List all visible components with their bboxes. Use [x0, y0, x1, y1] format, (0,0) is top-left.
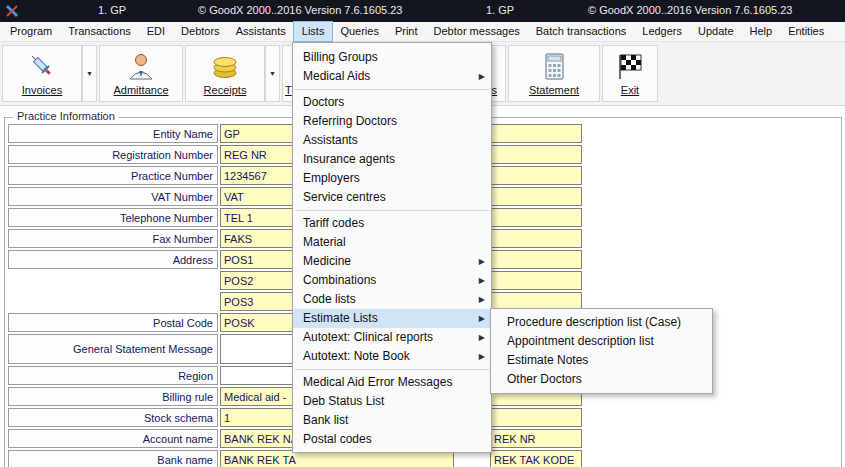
field-label: Account name	[8, 429, 218, 448]
menu-item-combinations[interactable]: Combinations▶	[293, 271, 491, 290]
submenu-item-appointment-description-list[interactable]: Appointment description list	[491, 332, 712, 351]
account-number-field[interactable]: REK NR	[490, 429, 582, 448]
invoices-dropdown-arrow[interactable]: ▼	[82, 45, 97, 102]
menu-item-label: Insurance agents	[303, 152, 395, 166]
address-line1-field-right[interactable]	[490, 250, 582, 269]
field-label: Address	[8, 250, 218, 269]
admittance-button[interactable]: Admittance	[99, 45, 183, 102]
practice-number-field-right[interactable]	[490, 166, 582, 185]
submenu-item-procedure-description-list-case[interactable]: Procedure description list (Case)	[491, 313, 712, 332]
menu-item-label: Referring Doctors	[303, 114, 397, 128]
field-label: Bank name	[8, 450, 218, 467]
menu-item-transactions[interactable]: Transactions	[60, 22, 139, 41]
menu-separator	[295, 210, 489, 211]
menu-item-ledgers[interactable]: Ledgers	[634, 22, 690, 41]
menu-item-billing-groups[interactable]: Billing Groups	[293, 48, 491, 67]
window-title-entity-right: 1. GP	[486, 4, 514, 16]
vat-number-field-right[interactable]	[490, 187, 582, 206]
entity-name-field-right[interactable]	[490, 124, 582, 143]
receipts-dropdown-arrow[interactable]: ▼	[265, 45, 280, 102]
menu-item-label: Code lists	[303, 292, 356, 306]
menu-item-label: Postal codes	[303, 432, 372, 446]
branch-code-field[interactable]: REK TAK KODE	[490, 450, 582, 467]
dropdown-arrow-icon: ▼	[86, 70, 93, 77]
submenu-item-other-doctors[interactable]: Other Doctors	[491, 370, 712, 389]
telephone-number-field-right[interactable]	[490, 208, 582, 227]
window-title-version-right: © GoodX 2000..2016 Version 7.6.1605.23	[588, 4, 792, 16]
menu-item-estimate-lists[interactable]: Estimate Lists▶	[293, 309, 491, 328]
menu-item-service-centres[interactable]: Service centres	[293, 188, 491, 207]
field-label: Entity Name	[8, 124, 218, 143]
checkered-flag-icon	[615, 51, 645, 83]
stock-schema-field-right[interactable]	[490, 408, 582, 427]
menu-item-medicine[interactable]: Medicine▶	[293, 252, 491, 271]
menu-item-print[interactable]: Print	[387, 22, 426, 41]
coins-icon	[210, 51, 240, 83]
goodx-application-window: 1. GP © GoodX 2000..2016 Version 7.6.160…	[0, 0, 845, 467]
statement-button-label: Statement	[509, 84, 599, 96]
menu-item-label: Deb Status List	[303, 394, 384, 408]
menu-item-deb-status-list[interactable]: Deb Status List	[293, 392, 491, 411]
menu-item-label: Service centres	[303, 190, 386, 204]
menu-item-autotext-note-book[interactable]: Autotext: Note Book▶	[293, 347, 491, 366]
menu-item-label: Autotext: Note Book	[303, 349, 410, 363]
submenu-arrow-icon: ▶	[479, 271, 485, 290]
menu-item-insurance-agents[interactable]: Insurance agents	[293, 150, 491, 169]
menu-item-edi[interactable]: EDI	[139, 22, 173, 41]
menu-item-tariff-codes[interactable]: Tariff codes	[293, 214, 491, 233]
menu-separator	[295, 369, 489, 370]
menu-item-queries[interactable]: Queries	[332, 22, 387, 41]
menu-item-bank-list[interactable]: Bank list	[293, 411, 491, 430]
dropdown-arrow-icon: ▼	[269, 70, 276, 77]
menu-bar: Program Transactions EDI Debtors Assista…	[0, 22, 845, 42]
menu-item-postal-codes[interactable]: Postal codes	[293, 430, 491, 449]
menu-item-batch-transactions[interactable]: Batch transactions	[528, 22, 635, 41]
menu-item-program[interactable]: Program	[2, 22, 60, 41]
submenu-arrow-icon: ▶	[479, 328, 485, 347]
menu-item-debtor-messages[interactable]: Debtor messages	[426, 22, 528, 41]
address-line2-field-right[interactable]	[490, 271, 582, 290]
fax-number-field-right[interactable]	[490, 229, 582, 248]
menu-item-assistants[interactable]: Assistants	[293, 131, 491, 150]
doctor-icon	[126, 51, 156, 83]
menu-item-referring-doctors[interactable]: Referring Doctors	[293, 112, 491, 131]
field-label: Fax Number	[8, 229, 218, 248]
menu-item-lists[interactable]: Lists	[294, 22, 333, 41]
window-title-version-left: © GoodX 2000..2016 Version 7.6.1605.23	[198, 4, 402, 16]
menu-item-debtors[interactable]: Debtors	[173, 22, 228, 41]
field-label: Practice Number	[8, 166, 218, 185]
field-label	[8, 292, 218, 311]
menu-item-employers[interactable]: Employers	[293, 169, 491, 188]
submenu-arrow-icon: ▶	[479, 347, 485, 366]
registration-number-field-right[interactable]	[490, 145, 582, 164]
menu-item-medical-aids[interactable]: Medical Aids▶	[293, 67, 491, 86]
field-label: Telephone Number	[8, 208, 218, 227]
menu-item-entities[interactable]: Entities	[780, 22, 832, 41]
menu-item-assistants[interactable]: Assistants	[228, 22, 294, 41]
menu-item-doctors[interactable]: Doctors	[293, 93, 491, 112]
menu-item-autotext-clinical-reports[interactable]: Autotext: Clinical reports▶	[293, 328, 491, 347]
calculator-icon	[539, 51, 569, 83]
statement-button[interactable]: Statement	[508, 45, 600, 102]
menu-item-label: Material	[303, 235, 346, 249]
exit-button[interactable]: Exit	[602, 45, 658, 102]
menu-item-label: Medical Aids	[303, 69, 370, 83]
submenu-arrow-icon: ▶	[479, 309, 485, 328]
syringe-icon	[27, 51, 57, 83]
menu-item-medical-aid-error-messages[interactable]: Medical Aid Error Messages	[293, 373, 491, 392]
invoices-button[interactable]: Invoices	[2, 45, 82, 102]
menu-item-update[interactable]: Update	[690, 22, 741, 41]
menu-item-label: Autotext: Clinical reports	[303, 330, 433, 344]
invoices-button-label: Invoices	[3, 84, 81, 96]
exit-button-label: Exit	[603, 84, 657, 96]
admittance-button-label: Admittance	[100, 84, 182, 96]
submenu-item-estimate-notes[interactable]: Estimate Notes	[491, 351, 712, 370]
menu-item-code-lists[interactable]: Code lists▶	[293, 290, 491, 309]
field-label: VAT Number	[8, 187, 218, 206]
window-title-entity-left: 1. GP	[98, 4, 126, 16]
receipts-button[interactable]: Receipts	[185, 45, 265, 102]
menu-item-help[interactable]: Help	[742, 22, 781, 41]
menu-item-material[interactable]: Material	[293, 233, 491, 252]
menu-item-label: Tariff codes	[303, 216, 364, 230]
field-label	[8, 271, 218, 290]
